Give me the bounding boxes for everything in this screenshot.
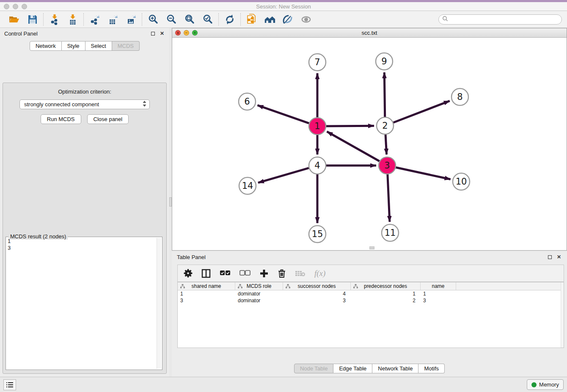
graph-node-3[interactable]: 3 [379,157,396,174]
result-scrollbar[interactable] [157,238,161,369]
mcds-panel: Optimization criterion: strongly connect… [3,83,167,374]
delete-rows-icon[interactable] [278,269,286,278]
svg-text:8: 8 [457,92,462,102]
toolbar-group [241,14,317,25]
column-header-MCDS-role[interactable]: MCDS role [235,282,283,290]
table-cell[interactable]: 2 [351,297,421,304]
table-cell[interactable]: 1 [178,290,235,297]
memory-button[interactable]: Memory [527,379,564,390]
mcds-result-list[interactable]: 13 [8,238,156,369]
svg-text:3: 3 [384,160,390,171]
node-table: shared nameMCDS rolesuccessor nodesprede… [177,282,564,348]
graph-node-6[interactable]: 6 [239,93,256,110]
edge-2-9[interactable] [384,72,385,117]
import-network-icon[interactable] [49,14,60,25]
zoom-out-icon[interactable] [165,14,177,25]
table-row[interactable]: 1dominator411 [178,290,564,297]
edge-1-6[interactable] [258,105,309,124]
mcds-result-item: 1 [8,238,156,245]
svg-text:7: 7 [314,57,320,67]
table-toolbar: f(x) [177,265,564,282]
tab-mcds[interactable]: MCDS [112,41,140,51]
optimization-criterion-select[interactable]: strongly connected component [19,99,150,109]
export-image-icon[interactable] [125,14,137,25]
canvas-splitter-handle[interactable] [369,246,374,249]
os-titlebar: Session: New Session [0,0,567,11]
tab-select[interactable]: Select [85,41,112,51]
table-float-button[interactable] [547,254,553,260]
network-canvas[interactable]: 7968124314101511 [172,38,567,250]
import-table-icon[interactable] [67,14,78,25]
tab-network[interactable]: Network [30,41,62,51]
graph-node-14[interactable]: 14 [239,177,256,194]
graph-node-9[interactable]: 9 [376,53,393,70]
add-row-icon[interactable] [259,269,269,278]
column-header-shared-name[interactable]: shared name [178,282,235,290]
save-icon[interactable] [27,14,38,25]
graph-node-8[interactable]: 8 [451,88,468,105]
svg-text:14: 14 [242,181,253,191]
network-window-titlebar[interactable]: x − + scc.txt [172,28,567,38]
table-cell[interactable]: 4 [283,290,351,297]
graph-node-11[interactable]: 11 [382,224,399,241]
zoom-selected-icon[interactable] [202,14,213,25]
tab-network-table[interactable]: Network Table [372,364,418,373]
export-network-icon[interactable] [89,14,100,25]
table-cell[interactable]: 3 [283,297,351,304]
graph-node-15[interactable]: 15 [309,226,326,243]
ndex-wave-icon[interactable] [282,14,294,25]
unselect-all-icon[interactable] [239,270,250,276]
edge-3-10[interactable] [396,168,451,179]
toolbar-group [3,14,43,25]
column-header-predecessor-nodes[interactable]: predecessor nodes [351,282,421,290]
tab-edge-table[interactable]: Edge Table [333,364,372,373]
table-close-button[interactable]: ✕ [556,254,562,260]
float-panel-button[interactable] [150,30,156,36]
gear-icon[interactable] [184,269,193,278]
search-box[interactable] [438,14,562,25]
zoom-fit-icon[interactable] [184,14,195,25]
table-cell[interactable]: 3 [178,297,235,304]
column-header-successor-nodes[interactable]: successor nodes [283,282,351,290]
edge-1-2[interactable] [326,126,374,126]
close-panel-button-inner[interactable]: Close panel [87,114,129,124]
graph-node-10[interactable]: 10 [453,173,470,190]
table-cell[interactable]: 1 [421,290,456,297]
session-title: Session: New Session [0,3,567,10]
close-panel-button[interactable]: ✕ [159,30,165,36]
edge-4-14[interactable] [258,168,309,183]
graph-node-4[interactable]: 4 [309,157,326,174]
task-history-button[interactable] [3,379,16,390]
edge-2-8[interactable] [394,101,450,122]
search-input[interactable] [450,17,558,22]
table-cell[interactable]: dominator [235,297,283,304]
hide-panel-eye-icon[interactable] [300,14,312,25]
edge-2-3[interactable] [385,135,387,155]
tab-motifs[interactable]: Motifs [418,364,445,373]
network-home-icon[interactable] [264,14,275,25]
delete-table-icon [295,270,306,277]
select-all-icon[interactable] [220,270,231,276]
table-cell[interactable]: dominator [235,290,283,297]
svg-text:1: 1 [314,121,320,131]
table-cell[interactable]: 1 [351,290,421,297]
zoom-in-icon[interactable] [147,14,159,25]
edge-3-1[interactable] [327,132,380,161]
tab-node-table[interactable]: Node Table [294,364,334,373]
edge-3-11[interactable] [388,174,390,222]
copy-network-icon[interactable] [246,14,257,25]
toolbar-group [44,14,83,25]
tab-style[interactable]: Style [62,41,85,51]
column-header-name[interactable]: name [421,282,456,290]
run-mcds-button[interactable]: Run MCDS [41,114,81,124]
column-panel-icon[interactable] [201,269,211,278]
graph-node-1[interactable]: 1 [309,118,326,135]
export-table-icon[interactable] [107,14,118,25]
table-cell[interactable]: 3 [421,297,456,304]
refresh-layout-icon[interactable] [224,14,235,25]
graph-node-7[interactable]: 7 [309,54,326,71]
open-folder-icon[interactable] [8,14,20,25]
graph-node-2[interactable]: 2 [377,117,394,134]
table-row[interactable]: 3dominator323 [178,297,564,304]
table-scrollbar[interactable] [561,282,564,348]
